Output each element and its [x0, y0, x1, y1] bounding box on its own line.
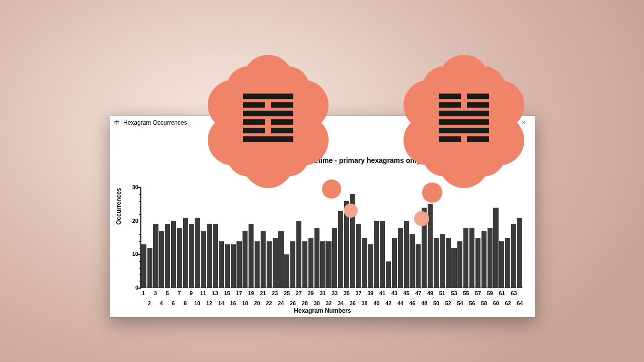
x-tick-label: 31	[319, 290, 326, 296]
bar	[231, 244, 236, 288]
bar	[213, 224, 218, 288]
y-tick-label: 10	[127, 251, 138, 257]
x-tick-label: 14	[218, 300, 224, 306]
x-tick-label: 46	[409, 300, 415, 306]
x-tick-label: 34	[338, 300, 344, 306]
x-tick-label: 8	[182, 300, 188, 306]
x-tick-label: 48	[421, 300, 427, 306]
thought-cloud-49	[393, 52, 534, 188]
x-tick-label: 9	[188, 290, 194, 296]
app-icon: 中	[113, 119, 120, 127]
bars-container	[140, 188, 523, 288]
x-tick-label: 51	[439, 290, 445, 296]
y-tick-label: 0	[127, 285, 138, 291]
bar	[481, 231, 487, 288]
y-tick-label: 30	[127, 184, 138, 190]
x-tick-label: 37	[356, 290, 362, 296]
x-tick-label: 45	[404, 290, 410, 296]
x-tick-label: 54	[457, 300, 463, 306]
x-tick-label: 33	[332, 290, 338, 296]
x-ticks-row-even: 2468101214161820222426283032343638404244…	[140, 300, 523, 306]
x-tick-label: 29	[308, 290, 314, 296]
bar	[338, 211, 343, 288]
bar	[488, 228, 493, 288]
bar	[511, 224, 516, 288]
bar	[147, 248, 152, 288]
x-tick-label: 50	[433, 300, 439, 306]
x-tick-label: 55	[463, 290, 469, 296]
x-tick-label: 21	[260, 290, 266, 296]
bar	[177, 228, 182, 288]
bar	[368, 244, 373, 288]
bar	[249, 224, 254, 288]
bar	[416, 244, 421, 288]
x-tick-label: 64	[517, 300, 523, 306]
x-tick-label: 58	[481, 300, 487, 306]
x-tick-label: 35	[344, 290, 350, 296]
x-tick-label: 38	[361, 300, 367, 306]
x-tick-label: 18	[242, 300, 248, 306]
window-title: Hexagram Occurrences	[123, 119, 187, 126]
x-tick-label: 40	[373, 300, 379, 306]
bar	[457, 241, 462, 288]
bar	[183, 218, 188, 288]
x-tick-label: 1	[140, 290, 146, 296]
bar	[284, 254, 289, 288]
x-tick-label: 36	[350, 300, 356, 306]
x-tick-label: 27	[296, 290, 302, 296]
x-tick-label: 52	[445, 300, 451, 306]
bar	[332, 228, 337, 288]
bar	[398, 228, 403, 288]
bar	[261, 231, 266, 288]
bar	[278, 231, 283, 288]
bar	[290, 241, 295, 288]
plot-region: 0102030	[140, 188, 523, 288]
x-tick-label: 32	[326, 300, 332, 306]
bar	[517, 218, 522, 288]
x-tick-label: 19	[248, 290, 254, 296]
x-tick-label: 61	[499, 290, 505, 296]
x-tick-label: 25	[284, 290, 290, 296]
bar	[451, 248, 456, 288]
thought-cloud-36	[198, 52, 339, 188]
bar	[165, 224, 170, 288]
bar	[410, 234, 415, 288]
bar	[493, 208, 498, 288]
bar	[219, 241, 224, 288]
x-tick-label: 28	[302, 300, 308, 306]
bar	[446, 238, 451, 288]
bar	[207, 224, 212, 288]
bar	[255, 241, 260, 288]
x-tick-label: 43	[391, 290, 397, 296]
x-tick-label: 16	[230, 300, 236, 306]
x-tick-label: 11	[200, 290, 206, 296]
bar	[273, 238, 278, 288]
bar	[302, 241, 307, 288]
bar	[243, 231, 248, 288]
x-tick-label: 26	[290, 300, 296, 306]
bar	[195, 218, 200, 288]
x-tick-label: 41	[379, 290, 385, 296]
hexagram-36-icon	[243, 94, 293, 142]
x-tick-label: 15	[224, 290, 230, 296]
x-tick-label: 2	[146, 300, 152, 306]
x-tick-label: 3	[152, 290, 158, 296]
x-tick-label: 13	[212, 290, 218, 296]
x-tick-label: 44	[397, 300, 404, 306]
bar	[463, 228, 468, 288]
x-ticks-row-odd: 1357911131517192123252729313335373941434…	[140, 290, 523, 296]
x-tick-label: 59	[487, 290, 493, 296]
bar	[505, 238, 510, 288]
x-tick-label: 63	[511, 290, 517, 296]
x-tick-label: 20	[254, 300, 260, 306]
y-axis-label: Occurrences	[115, 188, 122, 225]
thought-dot-36a	[344, 204, 358, 218]
bar	[141, 244, 146, 288]
bar	[267, 241, 272, 288]
bar	[225, 244, 230, 288]
thought-dot-49a	[414, 211, 429, 226]
x-tick-label: 6	[170, 300, 176, 306]
hexagram-49-icon	[439, 94, 489, 142]
bar	[320, 241, 325, 288]
bar	[356, 224, 361, 288]
